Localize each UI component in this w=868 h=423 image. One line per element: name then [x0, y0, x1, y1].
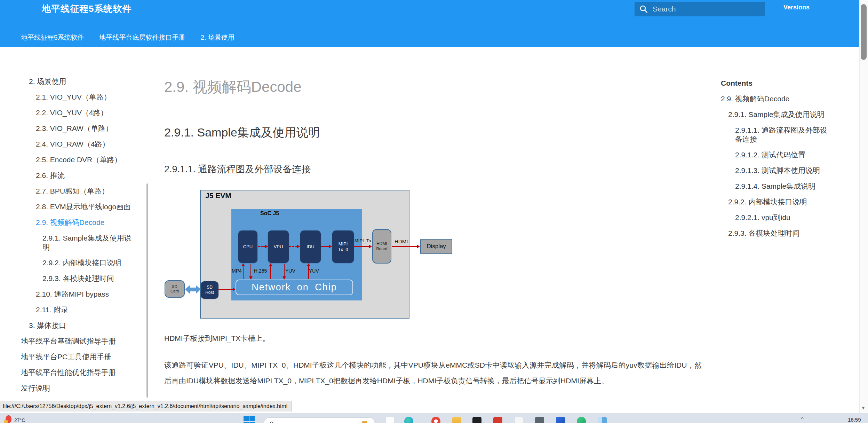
phone-link-icon[interactable] — [535, 417, 544, 423]
contents-item-2-9-2[interactable]: 2.9.2. 内部模块接口说明 — [721, 197, 832, 206]
contents-item-2-9-1-1[interactable]: 2.9.1.1. 通路流程图及外部设备连接 — [721, 126, 832, 144]
j5-evm-label: J5 EVM — [205, 191, 231, 200]
page-scrollbar[interactable] — [859, 0, 868, 413]
notepad-icon[interactable] — [514, 417, 523, 423]
sidebar-item-2-11[interactable]: 2.11. 附录 — [21, 305, 137, 314]
sidebar-item-2-9-1[interactable]: 2.9.1. Sample集成及使用说明 — [21, 234, 137, 252]
terminal-icon[interactable] — [472, 417, 481, 423]
contents-panel: Contents 2.9. 视频解码Decode 2.9.1. Sample集成… — [721, 79, 832, 244]
soc-j5-label: SoC J5 — [260, 210, 279, 217]
hdmi-board-block: HDMI Board — [372, 229, 391, 264]
contents-item-2-9-1-4[interactable]: 2.9.1.4. Sample集成说明 — [721, 182, 832, 191]
arrow-sdcard-sdhost-bidirectional — [185, 285, 201, 294]
windows-start-icon[interactable] — [244, 416, 255, 423]
taskbar-search-icon — [270, 422, 273, 423]
sidebar-item-2-4[interactable]: 2.4. VIO_RAW（4路） — [21, 140, 137, 149]
sidebar-item-2-8[interactable]: 2.8. EVM显示地平线logo画面 — [21, 202, 137, 211]
sidebar-item-scene-usage[interactable]: 2. 场景使用 — [21, 77, 137, 86]
sidebar-item-2-9-3[interactable]: 2.9.3. 各模块处理时间 — [21, 274, 137, 283]
network-on-chip-block: Network on Chip — [236, 280, 353, 295]
sidebar-item-2-9-2[interactable]: 2.9.2. 内部模块接口说明 — [21, 258, 137, 267]
section-title: 2.9.1. Sample集成及使用说明 — [164, 125, 320, 141]
breadcrumb-item-manual[interactable]: 地平线平台底层软件接口手册 — [99, 33, 185, 42]
site-title[interactable]: 地平线征程5系统软件 — [42, 3, 132, 15]
idu-block: IDU — [300, 230, 321, 263]
arrow-noc-to-vpu — [270, 264, 271, 279]
display-block: Display — [420, 239, 452, 254]
sidebar-item-media-api[interactable]: 3. 媒体接口 — [21, 321, 137, 330]
mp4-label: MP4 — [232, 268, 242, 274]
mipi-tx0-block: MIPI Tx_0 — [332, 230, 354, 263]
green-app-icon[interactable] — [577, 417, 586, 423]
tray-expand-icon[interactable]: ^ — [801, 416, 804, 422]
blue-cone-app-icon[interactable] — [556, 417, 565, 423]
sidebar-scrollbar-thumb[interactable] — [146, 183, 148, 398]
sd-card-block: SD Card — [165, 280, 185, 298]
yuv-label-vpu: YUV — [285, 268, 295, 274]
yuv-label-idu: YUV — [309, 268, 319, 274]
sidebar-item-2-6[interactable]: 2.6. 推流 — [21, 171, 137, 180]
arrow-cpu-to-vpu — [258, 246, 265, 247]
search-icon — [639, 5, 648, 13]
app-header: 地平线征程5系统软件 Versions 地平线征程5系统软件 地平线平台底层软件… — [0, 0, 859, 47]
contents-item-2-9-3[interactable]: 2.9.3. 各模块处理时间 — [721, 229, 832, 238]
book-app-icon[interactable] — [598, 417, 607, 423]
sidebar-item-debug-manual[interactable]: 地平线平台基础调试指导手册 — [21, 337, 137, 346]
search-box[interactable] — [635, 2, 765, 16]
windows-taskbar: 27°C ^ 16:59 — [0, 413, 868, 423]
arrow-sdhost-to-noc — [218, 289, 233, 290]
versions-link[interactable]: Versions — [783, 4, 810, 11]
arrow-vpu-to-idu — [289, 246, 297, 247]
sd-host-block: SD Host — [201, 281, 218, 299]
arrow-hdmi-board-to-display — [392, 246, 417, 247]
sidebar-item-2-9-current[interactable]: 2.9. 视频解码Decode — [21, 218, 137, 227]
body-paragraph-1: HDMI子板接到MIPI_TX卡槽上。 — [164, 334, 270, 343]
sidebar-item-2-1[interactable]: 2.1. VIO_YUV（单路） — [21, 93, 137, 102]
arrow-noc-to-cpu — [243, 264, 244, 279]
folder-icon[interactable] — [452, 417, 461, 423]
pipeline-diagram: J5 EVM SoC J5 CPU VPU IDU MIPI Tx_0 MIPI… — [160, 187, 457, 321]
h265-label: H.265 — [254, 268, 267, 274]
arrow-cpu-to-noc — [250, 264, 251, 279]
sidebar-item-2-7[interactable]: 2.7. BPU感知（单路） — [21, 187, 137, 196]
contents-title: Contents — [721, 79, 832, 88]
browser-status-url: file:///C:/Users/12756/Desktop/dpx/j5_ex… — [0, 401, 292, 412]
arrow-mipi-to-hdmi-board — [354, 246, 369, 247]
contents-item-2-9-1-3[interactable]: 2.9.1.3. 测试脚本使用说明 — [721, 166, 832, 175]
breadcrumb-item-current[interactable]: 2. 场景使用 — [201, 33, 234, 42]
mipi-tx-link-label: MIPI_Tx — [355, 238, 371, 243]
arrow-vpu-to-noc — [284, 264, 285, 279]
app-icon-widget[interactable] — [385, 417, 395, 423]
sidebar-item-2-10[interactable]: 2.10. 通路MIPI bypass — [21, 290, 137, 299]
contents-item-2-9[interactable]: 2.9. 视频解码Decode — [721, 94, 832, 103]
sidebar-item-pc-tool-manual[interactable]: 地平线平台PC工具使用手册 — [21, 352, 137, 361]
vpu-block: VPU — [268, 230, 289, 263]
taskbar-search-pill[interactable] — [264, 417, 375, 423]
weather-icon — [6, 415, 11, 423]
sidebar-item-perf-manual[interactable]: 地平线平台性能优化指导手册 — [21, 368, 137, 377]
contents-item-2-9-1-2[interactable]: 2.9.1.2. 测试代码位置 — [721, 150, 832, 159]
scroll-down-icon[interactable]: ▼ — [861, 405, 866, 410]
contents-item-2-9-1[interactable]: 2.9.1. Sample集成及使用说明 — [721, 110, 832, 119]
taskbar-bing-icon — [362, 421, 367, 423]
sidebar-item-2-3[interactable]: 2.3. VIO_RAW（单路） — [21, 124, 137, 133]
hdmi-link-label: HDMI — [395, 238, 408, 244]
browser-icon[interactable] — [431, 417, 440, 423]
sidebar-item-2-2[interactable]: 2.2. VIO_YUV（4路） — [21, 108, 137, 117]
weather-widget[interactable]: 27°C — [6, 415, 25, 423]
sidebar-item-2-5[interactable]: 2.5. Encode DVR（单路） — [21, 155, 137, 164]
scrollbar-thumb[interactable] — [861, 4, 867, 60]
breadcrumb: 地平线征程5系统软件 地平线平台底层软件接口手册 2. 场景使用 — [21, 31, 250, 45]
sidebar-nav: 2. 场景使用 2.1. VIO_YUV（单路） 2.2. VIO_YUV（4路… — [21, 77, 137, 399]
office-red-icon[interactable] — [493, 417, 502, 423]
search-input[interactable] — [653, 5, 750, 13]
body-paragraph-2: 该通路可验证VPU、IDU、MIPI TX_0、HDMI子板这几个模块的功能，其… — [164, 357, 702, 389]
app-icon-teal-circle[interactable] — [404, 417, 413, 423]
cpu-block: CPU — [238, 230, 257, 263]
contents-item-2-9-2-1[interactable]: 2.9.2.1. vpu到idu — [721, 213, 832, 222]
breadcrumb-item-root[interactable]: 地平线征程5系统软件 — [21, 33, 84, 42]
taskbar-clock[interactable]: 16:59 — [848, 417, 861, 423]
weather-temperature: 27°C — [14, 417, 25, 423]
sidebar-item-release-notes[interactable]: 发行说明 — [21, 384, 137, 393]
arrow-idu-to-mipi — [321, 246, 329, 247]
